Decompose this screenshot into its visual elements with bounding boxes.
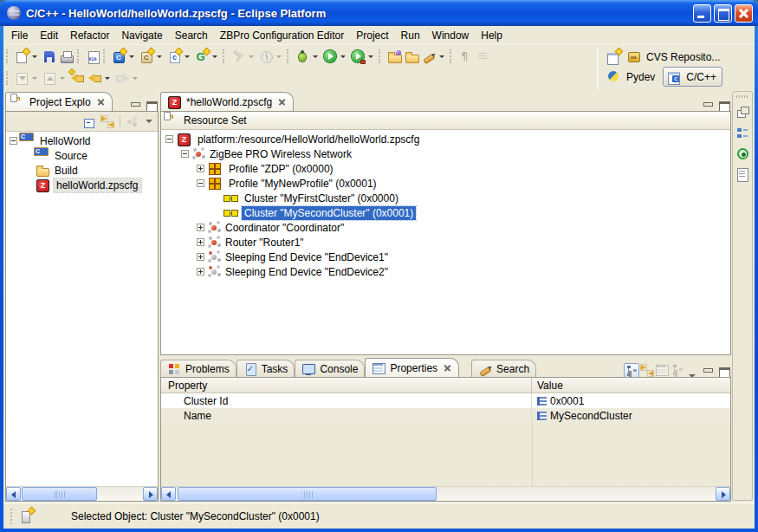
last-edit-location-button[interactable] bbox=[68, 68, 86, 88]
pin-property-view-button[interactable] bbox=[639, 363, 655, 378]
fast-view-icon[interactable] bbox=[19, 509, 35, 523]
back-dropdown-icon[interactable] bbox=[105, 77, 110, 80]
expander-icon[interactable] bbox=[10, 137, 17, 145]
back-button[interactable] bbox=[86, 68, 103, 88]
scroll-right-button[interactable] bbox=[143, 487, 158, 501]
tree-item-helloworld-project[interactable]: HelloWorld bbox=[6, 133, 158, 148]
new-wizard-dropdown-icon[interactable] bbox=[32, 55, 37, 58]
window-minimize-button[interactable] bbox=[693, 4, 711, 23]
build-all-button[interactable] bbox=[257, 47, 275, 66]
minimize-view-button[interactable] bbox=[128, 100, 142, 112]
tab-project-explorer[interactable]: Project Explo bbox=[5, 92, 113, 112]
tab-properties[interactable]: Properties bbox=[365, 358, 459, 378]
tab-problems[interactable]: Problems bbox=[160, 360, 236, 378]
expander-icon[interactable] bbox=[197, 268, 204, 276]
filters-button[interactable] bbox=[125, 114, 140, 129]
tree-item-enddevice2[interactable]: Sleeping End Device "EndDevice2" bbox=[161, 264, 730, 279]
project-explorer-hscrollbar[interactable] bbox=[6, 486, 158, 501]
pydev-perspective-button[interactable]: Pydev bbox=[626, 71, 655, 83]
tree-item-profile-mynewprofile[interactable]: Profile "MyNewProfile" (0x0001) bbox=[161, 176, 730, 191]
link-with-editor-button[interactable] bbox=[100, 114, 115, 129]
debug-button[interactable] bbox=[294, 47, 311, 66]
binary-file-button[interactable] bbox=[84, 47, 101, 66]
scrollbar-thumb[interactable] bbox=[22, 487, 97, 501]
expander-icon[interactable] bbox=[197, 224, 204, 231]
trim-grip-handle[interactable] bbox=[736, 95, 748, 98]
next-annotation-button[interactable] bbox=[13, 68, 30, 88]
search-toolbar-button[interactable] bbox=[420, 47, 437, 66]
menu-help[interactable]: Help bbox=[475, 27, 509, 44]
documentation-view-icon[interactable] bbox=[735, 167, 749, 181]
toolbar-grip[interactable] bbox=[223, 49, 227, 63]
window-close-button[interactable] bbox=[735, 4, 753, 23]
tree-item-router[interactable]: Router "Router1" bbox=[161, 235, 730, 250]
expander-icon[interactable] bbox=[197, 179, 204, 187]
table-row-cluster-id[interactable]: Cluster Id 0x0001 bbox=[161, 393, 730, 408]
run-dropdown-icon[interactable] bbox=[340, 55, 346, 58]
value-cell[interactable]: 0x0001 bbox=[532, 393, 730, 408]
tree-item-zpscfg-file[interactable]: helloWorld.zpscfg bbox=[6, 178, 158, 192]
expander-icon[interactable] bbox=[197, 165, 204, 172]
open-perspective-button[interactable] bbox=[606, 49, 622, 64]
value-cell[interactable]: MySecondCluster bbox=[532, 408, 730, 423]
run-external-tools-button[interactable] bbox=[349, 47, 366, 66]
tree-item-cluster-mysecondcluster[interactable]: Cluster "MySecondCluster" (0x0001) bbox=[161, 205, 730, 220]
tab-helloworld-zpscfg-editor[interactable]: *helloWorld.zpscfg bbox=[160, 92, 294, 112]
tree-item-enddevice1[interactable]: Sleeping End Device "EndDevice1" bbox=[161, 250, 730, 264]
menu-refactor[interactable]: Refactor bbox=[64, 27, 115, 44]
expander-icon[interactable] bbox=[197, 238, 204, 246]
minimize-view-button[interactable] bbox=[701, 366, 715, 378]
build-button[interactable] bbox=[230, 47, 247, 66]
window-maximize-button[interactable] bbox=[714, 4, 732, 23]
toolbar-grip[interactable] bbox=[287, 49, 291, 63]
tree-item-source[interactable]: Source bbox=[6, 148, 158, 163]
tree-item-coordinator[interactable]: Coordinator "Coordinator" bbox=[161, 220, 730, 235]
new-c-source-file-button[interactable] bbox=[110, 47, 127, 66]
make-targets-view-icon[interactable] bbox=[735, 146, 749, 160]
tree-item-cluster-myfirstcluster[interactable]: Cluster "MyFirstCluster" (0x0000) bbox=[161, 191, 730, 205]
title-bar[interactable]: C/C++ - HelloWorld/helloWorld.zpscfg - E… bbox=[0, 0, 758, 26]
show-advanced-properties-button[interactable] bbox=[655, 363, 671, 378]
menu-project[interactable]: Project bbox=[350, 27, 394, 44]
save-button[interactable] bbox=[41, 47, 58, 66]
view-menu-button[interactable] bbox=[146, 120, 152, 123]
maximize-view-button[interactable] bbox=[717, 366, 731, 378]
cpp-perspective-button[interactable]: C/C++ bbox=[663, 67, 722, 87]
code-generator-button[interactable] bbox=[193, 47, 211, 66]
toolbar-grip[interactable] bbox=[379, 49, 383, 63]
new-cpp-class-button[interactable] bbox=[138, 47, 155, 66]
menu-window[interactable]: Window bbox=[426, 27, 476, 44]
menu-run[interactable]: Run bbox=[395, 27, 426, 44]
tree-item-platform-resource[interactable]: platform:/resource/HelloWorld/helloWorld… bbox=[161, 132, 730, 146]
tab-tasks[interactable]: Tasks bbox=[236, 360, 295, 378]
new-c-file-dropdown-icon[interactable] bbox=[129, 55, 134, 58]
code-generator-dropdown-icon[interactable] bbox=[212, 55, 217, 58]
tree-item-build[interactable]: Build bbox=[6, 163, 158, 178]
menu-file[interactable]: File bbox=[5, 27, 34, 44]
value-column-header[interactable]: Value bbox=[532, 378, 730, 393]
collapse-all-button[interactable] bbox=[81, 114, 97, 129]
tab-console[interactable]: Console bbox=[295, 360, 365, 378]
forward-button[interactable] bbox=[113, 68, 131, 88]
toolbar-grip[interactable] bbox=[77, 49, 81, 63]
outline-view-icon[interactable] bbox=[735, 126, 749, 139]
open-type-button[interactable] bbox=[385, 47, 403, 66]
menu-search[interactable]: Search bbox=[169, 27, 214, 44]
scroll-right-button[interactable] bbox=[716, 487, 730, 501]
properties-hscrollbar[interactable] bbox=[161, 486, 730, 501]
run-button[interactable] bbox=[321, 47, 339, 66]
tree-mode-button[interactable] bbox=[624, 363, 639, 378]
expander-icon[interactable] bbox=[181, 150, 189, 158]
tree-item-profile-zdp[interactable]: Profile "ZDP" (0x0000) bbox=[161, 161, 730, 176]
maximize-editor-button[interactable] bbox=[717, 100, 731, 112]
format-button[interactable] bbox=[474, 47, 491, 66]
toolbar-grip[interactable] bbox=[6, 71, 10, 85]
run-external-dropdown-icon[interactable] bbox=[368, 55, 373, 58]
tree-item-zigbee-network[interactable]: ZigBee PRO Wireless Network bbox=[161, 146, 730, 161]
menu-zbpro-configuration-editor[interactable]: ZBPro Configuration Editor bbox=[214, 27, 350, 44]
expander-icon[interactable] bbox=[197, 253, 204, 261]
table-row-name[interactable]: Name MySecondCluster bbox=[161, 408, 730, 423]
menu-edit[interactable]: Edit bbox=[34, 27, 64, 44]
maximize-view-button[interactable] bbox=[145, 100, 159, 112]
cvs-perspective-button[interactable]: CVS Reposito... bbox=[646, 51, 720, 63]
